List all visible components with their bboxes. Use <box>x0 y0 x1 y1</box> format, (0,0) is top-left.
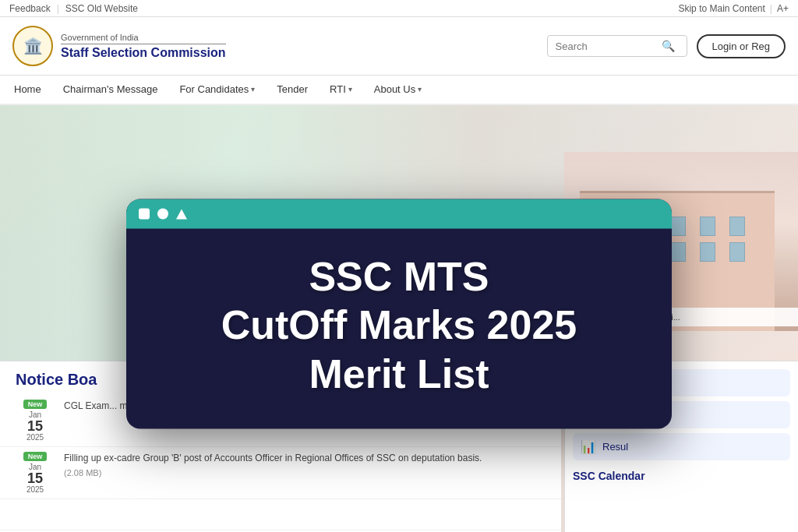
card-title-line1: SSC MTS <box>309 254 489 299</box>
main-nav: Home Chairman's Message For Candidates ▾… <box>0 76 798 105</box>
nav-item-chairmans-message[interactable]: Chairman's Message <box>62 76 160 104</box>
window <box>670 217 686 236</box>
result-button[interactable]: 📊 Resul <box>573 433 790 460</box>
old-website-link[interactable]: SSC Old Website <box>65 3 138 14</box>
logo-text: Government of India Staff Selection Comm… <box>61 33 226 60</box>
search-icon: 🔍 <box>662 40 675 52</box>
nav-home-label: Home <box>14 83 41 95</box>
notice-item-3 <box>0 499 561 530</box>
nav-item-tender[interactable]: Tender <box>275 76 309 104</box>
window <box>700 242 715 262</box>
nav-tender-label: Tender <box>277 83 308 95</box>
nav-about-label: About Us <box>374 83 415 95</box>
notice-item: New Jan 15 2025 Filling up ex-cadre Grou… <box>0 447 561 499</box>
notice-size-2: (2.08 MB) <box>64 468 546 477</box>
card-title-line3: Merit List <box>309 351 489 396</box>
nav-rti-arrow: ▾ <box>348 85 352 93</box>
notice-date-badge-2: New Jan 15 2025 <box>16 452 55 494</box>
titlebar-circle-icon <box>157 209 168 220</box>
notice-date-badge: New Jan 15 2025 <box>16 400 55 442</box>
feedback-link[interactable]: Feedback <box>9 3 51 14</box>
nav-item-for-candidates[interactable]: For Candidates ▾ <box>178 76 256 104</box>
search-box[interactable]: 🔍 <box>547 35 687 57</box>
main-content: mail: helpdesk-ssc@ssc.ni... Notice Boa … <box>0 105 798 532</box>
nav-candidates-arrow: ▾ <box>251 85 255 93</box>
card-titlebar <box>126 199 672 229</box>
logo-emblem: 🏛️ <box>12 26 53 66</box>
top-bar-right: Skip to Main Content | A+ <box>678 3 789 14</box>
new-badge-2: New <box>23 452 48 461</box>
nav-candidates-label: For Candidates <box>179 83 249 95</box>
window <box>729 242 745 262</box>
search-input[interactable] <box>556 41 657 52</box>
notice-day: 15 <box>27 419 43 433</box>
notice-year-2: 2025 <box>26 485 44 494</box>
result-label: Resul <box>602 441 628 453</box>
result-icon: 📊 <box>581 439 596 454</box>
login-button[interactable]: Login or Reg <box>697 34 786 58</box>
logo-org-name: Staff Selection Commission <box>61 46 226 60</box>
skip-link[interactable]: Skip to Main Content <box>678 3 764 14</box>
separator2: | <box>770 3 772 14</box>
logo-area: 🏛️ Government of India Staff Selection C… <box>12 26 226 66</box>
notice-year: 2025 <box>26 433 44 442</box>
overlay-card: SSC MTS CutOff Marks 2025 Merit List <box>126 199 672 429</box>
nav-item-about-us[interactable]: About Us ▾ <box>373 76 423 104</box>
nav-item-rti[interactable]: RTI ▾ <box>328 76 354 104</box>
logo-gov-label: Government of India <box>61 33 226 42</box>
font-size-toggle[interactable]: A+ <box>777 3 789 14</box>
header: 🏛️ Government of India Staff Selection C… <box>0 17 798 76</box>
titlebar-square-icon <box>139 209 150 220</box>
nav-rti-label: RTI <box>330 83 346 95</box>
card-title-line2: CutOff Marks 2025 <box>221 302 577 347</box>
window <box>670 242 686 262</box>
separator: | <box>57 3 59 14</box>
notice-text-2: Filling up ex-cadre Group 'B' post of Ac… <box>64 452 546 465</box>
new-badge: New <box>23 400 48 409</box>
nav-chairmans-label: Chairman's Message <box>63 83 158 95</box>
notice-day-2: 15 <box>27 471 43 485</box>
notice-2-content: Filling up ex-cadre Group 'B' post of Ac… <box>64 452 546 477</box>
header-right: 🔍 Login or Reg <box>547 34 786 58</box>
card-body: SSC MTS CutOff Marks 2025 Merit List <box>126 229 672 429</box>
window <box>700 217 715 236</box>
nav-item-home[interactable]: Home <box>12 76 43 104</box>
ssc-calendar-title: SSC Calendar <box>573 465 790 487</box>
window <box>729 217 745 236</box>
top-bar-left: Feedback | SSC Old Website <box>9 3 138 14</box>
card-title: SSC MTS CutOff Marks 2025 Merit List <box>157 252 641 398</box>
top-bar: Feedback | SSC Old Website Skip to Main … <box>0 0 798 17</box>
nav-about-arrow: ▾ <box>418 85 422 93</box>
logo-divider <box>61 44 226 44</box>
titlebar-triangle-icon <box>176 209 187 219</box>
